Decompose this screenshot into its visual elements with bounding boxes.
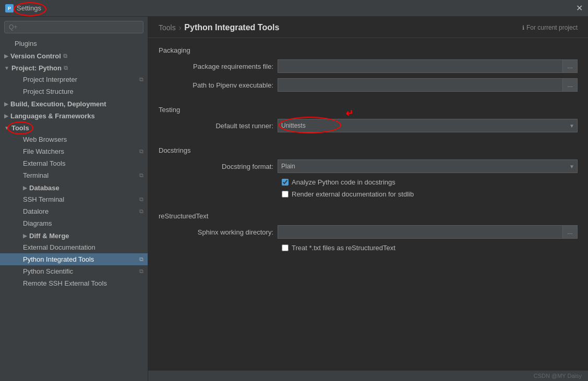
breadcrumb: Tools › Python Integrated Tools (159, 23, 279, 32)
pipenv-label: Path to Pipenv executable: (159, 81, 273, 89)
test-runner-row: Default test runner: Unittests pytest No… (159, 119, 578, 132)
package-req-browse[interactable]: … (563, 59, 578, 73)
title-bar-title: P Settings (5, 4, 41, 13)
search-input[interactable] (4, 21, 143, 33)
sidebar-item-tools[interactable]: Tools (0, 121, 148, 133)
sidebar-item-project-python[interactable]: Project: Python ⧉ (0, 62, 148, 73)
sidebar-list: Plugins Version Control ⧉ Project: Pytho… (0, 38, 148, 381)
package-req-label: Package requirements file: (159, 63, 273, 70)
copy-icon: ⧉ (139, 148, 143, 155)
render-external-checkbox[interactable] (282, 191, 289, 198)
docstring-format-row: Docstring format: Plain Epytext reStruct… (159, 159, 578, 173)
title-bar: P Settings ✕ (0, 0, 588, 17)
app-icon: P (5, 4, 14, 13)
analyze-docstrings-row: Analyze Python code in docstrings (282, 178, 578, 186)
test-runner-label: Default test runner: (159, 122, 273, 130)
sidebar-item-datalore[interactable]: Datalore ⧉ (0, 205, 148, 217)
docstring-format-select[interactable]: Plain Epytext reStructuredText NumPy Goo… (278, 159, 578, 173)
sphinx-dir-input[interactable] (278, 225, 563, 239)
sidebar-item-python-integrated-tools[interactable]: Python Integrated Tools ⧉ (0, 253, 148, 265)
treat-txt-checkbox[interactable] (282, 244, 289, 251)
sidebar-item-project-structure[interactable]: Project Structure (0, 85, 148, 97)
copy-icon: ⧉ (139, 268, 143, 275)
pipenv-input[interactable] (278, 78, 563, 92)
sphinx-dir-browse[interactable]: … (563, 225, 578, 239)
arrow-icon (23, 185, 27, 191)
sidebar-item-diagrams[interactable]: Diagrams (0, 217, 148, 229)
sidebar-item-plugins[interactable]: Plugins (0, 38, 148, 50)
sidebar-item-version-control[interactable]: Version Control ⧉ (0, 50, 148, 62)
copy-icon: ⧉ (139, 256, 143, 263)
content-body: Packaging Package requirements file: … P… (148, 38, 588, 370)
sidebar-item-languages[interactable]: Languages & Frameworks (0, 109, 148, 121)
content-area: Tools › Python Integrated Tools ℹ For cu… (148, 17, 588, 381)
treat-txt-label: Treat *.txt files as reStructuredText (292, 244, 395, 252)
sidebar-item-python-scientific[interactable]: Python Scientific ⧉ (0, 265, 148, 277)
sphinx-dir-row: Sphinx working directory: … (159, 225, 578, 239)
package-req-input-wrap: … (278, 59, 578, 73)
arrow-icon (4, 101, 8, 107)
content-header: Tools › Python Integrated Tools ℹ For cu… (148, 17, 588, 38)
packaging-title: Packaging (159, 46, 578, 54)
render-external-label: Render external documentation for stdlib (292, 190, 414, 198)
copy-icon: ⧉ (139, 208, 143, 215)
restructured-title: reStructuredText (159, 212, 578, 220)
main-container: Plugins Version Control ⧉ Project: Pytho… (0, 17, 588, 381)
arrow-icon (4, 113, 8, 119)
info-icon: ℹ (522, 24, 524, 31)
pipenv-browse[interactable]: … (563, 78, 578, 92)
tools-label: Tools (11, 124, 29, 132)
sphinx-dir-label: Sphinx working directory: (159, 228, 273, 236)
status-text: CSDN @MY Daisy (534, 373, 582, 379)
sidebar-item-database[interactable]: Database (0, 181, 148, 193)
sidebar-item-external-documentation[interactable]: External Documentation (0, 241, 148, 253)
render-external-row: Render external documentation for stdlib (282, 190, 578, 198)
sidebar-item-file-watchers[interactable]: File Watchers ⧉ (0, 145, 148, 157)
test-runner-select-wrap: Unittests pytest Nosetests Twisted Trial… (278, 119, 578, 132)
copy-icon: ⧉ (139, 172, 143, 179)
sidebar-item-diff-merge[interactable]: Diff & Merge (0, 229, 148, 241)
sidebar-item-web-browsers[interactable]: Web Browsers (0, 133, 148, 145)
sphinx-dir-input-wrap: … (278, 225, 578, 239)
pipenv-input-wrap: … (278, 78, 578, 92)
sidebar-item-terminal[interactable]: Terminal ⧉ (0, 169, 148, 181)
sidebar-item-build-execution[interactable]: Build, Execution, Deployment (0, 97, 148, 109)
docstring-format-label: Docstring format: (159, 163, 273, 170)
settings-title: Settings (17, 4, 41, 12)
test-runner-select[interactable]: Unittests pytest Nosetests Twisted Trial (278, 119, 578, 132)
sidebar: Plugins Version Control ⧉ Project: Pytho… (0, 17, 148, 381)
docstrings-title: Docstrings (159, 146, 578, 154)
docstring-format-wrap: Plain Epytext reStructuredText NumPy Goo… (278, 159, 578, 173)
copy-icon: ⧉ (63, 53, 67, 59)
sidebar-item-ssh-terminal[interactable]: SSH Terminal ⧉ (0, 193, 148, 205)
analyze-docstrings-label: Analyze Python code in docstrings (292, 178, 395, 186)
arrow-down-icon (4, 65, 9, 71)
analyze-docstrings-checkbox[interactable] (282, 179, 289, 186)
testing-title: Testing (159, 106, 578, 114)
close-button[interactable]: ✕ (576, 4, 583, 13)
arrow-icon (23, 233, 27, 239)
sidebar-item-remote-ssh[interactable]: Remote SSH External Tools (0, 277, 148, 289)
copy-icon: ⧉ (139, 76, 143, 83)
pipenv-row: Path to Pipenv executable: … (159, 78, 578, 92)
arrow-icon (4, 53, 8, 59)
status-bar: CSDN @MY Daisy (148, 370, 588, 381)
copy-icon: ⧉ (139, 196, 143, 203)
sidebar-item-external-tools[interactable]: External Tools (0, 157, 148, 169)
package-req-input[interactable] (278, 59, 563, 73)
sidebar-item-project-interpreter[interactable]: Project Interpreter ⧉ (0, 73, 148, 85)
package-req-row: Package requirements file: … (159, 59, 578, 73)
copy-icon: ⧉ (64, 65, 68, 71)
treat-txt-row: Treat *.txt files as reStructuredText (282, 244, 578, 252)
arrow-down-icon (4, 125, 9, 131)
for-project: ℹ For current project (522, 24, 578, 31)
